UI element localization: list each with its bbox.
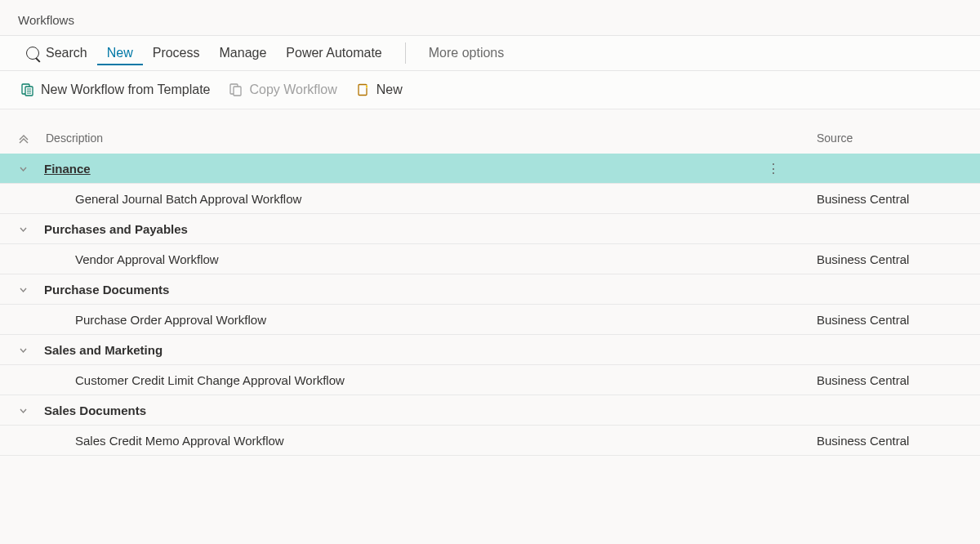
search-action[interactable]: Search — [16, 41, 97, 65]
copy-icon — [229, 83, 243, 96]
new-button[interactable]: New — [347, 78, 412, 102]
row-source: Business Central — [817, 373, 964, 387]
table-row[interactable]: Purchase Order Approval WorkflowBusiness… — [0, 305, 980, 335]
row-spacer — [16, 313, 29, 326]
chevron-down-icon[interactable] — [16, 162, 29, 175]
table-row[interactable]: Sales Credit Memo Approval WorkflowBusin… — [0, 426, 980, 456]
new-icon — [357, 83, 370, 96]
search-icon — [26, 47, 39, 60]
process-menu[interactable]: Process — [143, 41, 210, 65]
group-label: Sales and Marketing — [44, 343, 817, 357]
new-workflow-from-template-label: New Workflow from Template — [41, 82, 210, 97]
group-label: Finance — [44, 162, 766, 176]
group-row[interactable]: Purchases and Payables — [0, 214, 980, 244]
toolbar-divider — [405, 42, 406, 64]
group-label: Purchases and Payables — [44, 222, 817, 236]
column-source[interactable]: Source — [817, 132, 964, 145]
manage-menu[interactable]: Manage — [210, 41, 277, 65]
svg-point-9 — [366, 86, 368, 87]
chevron-down-icon[interactable] — [16, 404, 29, 417]
row-source: Business Central — [817, 434, 964, 448]
search-label: Search — [46, 46, 87, 60]
svg-rect-6 — [234, 87, 241, 96]
grid-body: Finance⋮General Journal Batch Approval W… — [0, 154, 980, 456]
row-spacer — [16, 252, 29, 265]
group-row[interactable]: Sales and Marketing — [0, 335, 980, 365]
template-icon — [21, 83, 34, 96]
chevron-down-icon[interactable] — [16, 222, 29, 235]
main-toolbar: Search New Process Manage Power Automate… — [0, 35, 980, 71]
row-actions-icon[interactable]: ⋮ — [766, 161, 781, 176]
column-description[interactable]: Description — [42, 132, 817, 145]
row-description: Customer Credit Limit Change Approval Wo… — [44, 373, 817, 387]
row-source: Business Central — [817, 313, 964, 327]
row-description: Vendor Approval Workflow — [44, 252, 817, 266]
new-menu[interactable]: New — [97, 41, 143, 65]
group-label: Purchase Documents — [44, 283, 817, 297]
sub-toolbar: New Workflow from Template Copy Workflow… — [0, 71, 980, 109]
collapse-all-icon[interactable] — [16, 131, 31, 145]
row-spacer — [16, 373, 29, 386]
group-row[interactable]: Finance⋮ — [0, 154, 980, 184]
row-source: Business Central — [817, 192, 964, 206]
grid-header: Description Source — [0, 109, 980, 154]
chevron-down-icon[interactable] — [16, 343, 29, 356]
new-label: New — [376, 82, 403, 97]
group-label: Sales Documents — [44, 404, 817, 417]
copy-workflow-label: Copy Workflow — [249, 82, 336, 97]
group-row[interactable]: Purchase Documents — [0, 274, 980, 305]
group-row[interactable]: Sales Documents — [0, 395, 980, 426]
copy-workflow-button: Copy Workflow — [220, 78, 346, 102]
row-spacer — [16, 434, 29, 447]
table-row[interactable]: Vendor Approval WorkflowBusiness Central — [0, 244, 980, 274]
page-title: Workflows — [0, 0, 980, 35]
chevron-down-icon[interactable] — [16, 283, 29, 296]
table-row[interactable]: General Journal Batch Approval WorkflowB… — [0, 184, 980, 214]
table-row[interactable]: Customer Credit Limit Change Approval Wo… — [0, 365, 980, 395]
row-spacer — [16, 192, 29, 205]
more-options[interactable]: More options — [419, 41, 514, 65]
power-automate-menu[interactable]: Power Automate — [276, 41, 391, 65]
row-source: Business Central — [817, 252, 964, 266]
new-workflow-from-template-button[interactable]: New Workflow from Template — [11, 78, 220, 102]
row-description: Sales Credit Memo Approval Workflow — [44, 434, 817, 448]
row-description: General Journal Batch Approval Workflow — [44, 192, 817, 206]
row-description: Purchase Order Approval Workflow — [44, 313, 817, 327]
